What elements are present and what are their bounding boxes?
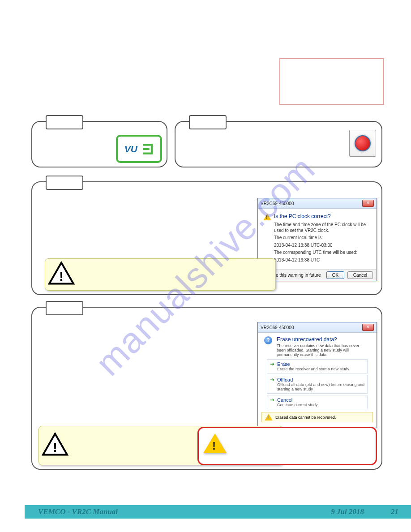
option-offload[interactable]: ➔ Offload Offload all data (old and new)… xyxy=(267,375,368,394)
option-sub: Continue current study xyxy=(277,403,318,407)
warning-triangle-icon: ! xyxy=(48,262,75,288)
vue-logo: VU xyxy=(116,135,162,163)
step-label-2 xyxy=(189,115,227,129)
footer-page: 21 xyxy=(391,507,398,516)
cancel-button[interactable]: Cancel xyxy=(347,271,373,279)
arrow-icon: ➔ xyxy=(270,377,274,382)
dialog-titlebar: VR2C69-450000 ✕ xyxy=(258,322,377,333)
step-box-2 xyxy=(175,121,382,167)
arrow-icon: ➔ xyxy=(270,361,274,367)
close-icon[interactable]: ✕ xyxy=(362,324,374,331)
warning-triangle-icon: ! xyxy=(42,433,68,459)
dialog-text: The corresponding UTC time will be used: xyxy=(274,250,371,256)
step-box-1: VU xyxy=(31,121,167,167)
dialog-heading: Is the PC clock correct? xyxy=(274,213,371,219)
dialog-titlebar: VR2C69-450000 ✕ xyxy=(258,198,377,209)
svg-text:!: ! xyxy=(53,440,57,455)
step-box-3: VR2C69-450000 ✕ Is the PC clock correct?… xyxy=(31,181,382,295)
arrow-icon: ➔ xyxy=(270,397,274,403)
warning-yellow-icon xyxy=(203,433,227,453)
option-cancel[interactable]: ➔ Cancel Continue current study xyxy=(267,395,368,409)
dialog-warning-footer: Erased data cannot be recovered. xyxy=(261,412,373,422)
dialog-erase-data: VR2C69-450000 ✕ ? Erase unrecovered data… xyxy=(257,322,377,428)
dialog-text: The time and time zone of the PC clock w… xyxy=(274,222,371,233)
dialog-subtext: The receiver contains new data that has … xyxy=(258,343,377,358)
option-erase[interactable]: ➔ Erase Erase the receiver and start a n… xyxy=(267,359,368,373)
option-title: Erase xyxy=(277,361,349,367)
svg-text:VU: VU xyxy=(124,144,137,154)
footer-date: 9 Jul 2018 xyxy=(331,507,364,516)
svg-text:!: ! xyxy=(59,269,64,283)
dialog-title-text: VR2C69-450000 xyxy=(261,201,294,206)
option-title: Offload xyxy=(277,377,364,382)
callout-box-top xyxy=(279,58,384,105)
record-icon xyxy=(355,135,371,151)
dialog-time: 2013-04-12 13:38 UTC-03:00 xyxy=(274,243,371,249)
warning-callout: ! xyxy=(45,258,276,291)
close-icon[interactable]: ✕ xyxy=(362,200,374,207)
option-title: Cancel xyxy=(277,397,318,403)
option-sub: Offload all data (old and new) before er… xyxy=(277,382,364,391)
option-sub: Erase the receiver and start a new study xyxy=(277,367,349,371)
step-label-3 xyxy=(46,176,83,190)
warning-icon xyxy=(263,214,271,220)
dialog-text: The current local time is: xyxy=(274,235,371,241)
record-button[interactable] xyxy=(349,130,376,157)
dialog-time: 2013-04-12 16:38 UTC xyxy=(274,257,371,263)
step-box-4: VR2C69-450000 ✕ ? Erase unrecovered data… xyxy=(31,307,382,470)
warning-icon xyxy=(265,414,273,420)
page-footer: VEMCO - VR2C Manual 9 Jul 2018 21 xyxy=(25,505,411,519)
footer-title: VEMCO - VR2C Manual xyxy=(38,507,118,516)
checkbox-label: Hide this warning in future xyxy=(269,273,321,278)
red-alert-box xyxy=(197,427,377,465)
warning-text: Erased data cannot be recovered. xyxy=(275,415,336,420)
step-label-4 xyxy=(46,301,83,315)
dialog-heading: ? Erase unrecovered data? xyxy=(258,336,377,343)
ok-button[interactable]: OK xyxy=(326,271,344,279)
question-icon: ? xyxy=(264,336,272,344)
step-label-1 xyxy=(46,115,83,129)
dialog-title-text: VR2C69-450000 xyxy=(261,325,294,330)
